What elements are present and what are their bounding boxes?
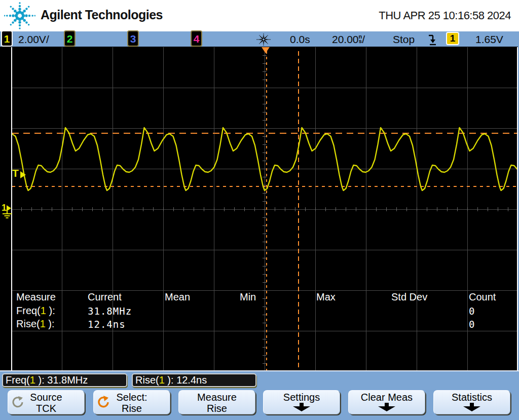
softkey-source[interactable]: Source TCK [8, 390, 85, 414]
measure-row-freq-count: 0 [469, 306, 475, 317]
softkey-select[interactable]: Select: Rise [93, 390, 170, 414]
channel1-badge: 1 [1, 30, 13, 47]
softkey-clear-meas-label: Clear Meas [349, 392, 425, 403]
waveform-display: T 1 Measure Current Mean Min Max Std Dev… [0, 47, 519, 371]
softkey-measure-line2: Rise [179, 403, 255, 414]
channel3-badge: 3 [127, 30, 139, 47]
menu-down-arrow-icon [293, 403, 310, 411]
trigger-level-marker: T [12, 167, 19, 179]
trigger-level-arrow-icon [20, 171, 26, 178]
softkey-settings[interactable]: Settings [263, 390, 340, 414]
trigger-source-badge: 1 [446, 32, 459, 45]
measure-row-freq-label: Freq(1 ): [16, 305, 55, 317]
measure-table-header-count: Count [469, 291, 496, 303]
channel4-badge: 4 [191, 30, 202, 47]
measure-table-header-min: Min [240, 291, 256, 303]
header: Agilent Technologies THU APR 25 10:16:58… [0, 0, 519, 31]
measure-table-header-mean: Mean [165, 291, 190, 303]
timebase-value: 20.00 [332, 33, 359, 45]
trigger-level-readout: 1.65V [475, 33, 503, 46]
oscilloscope-screen: Agilent Technologies THU APR 25 10:16:58… [0, 0, 519, 420]
channel1-scale: 2.00V/ [18, 33, 49, 46]
measure-table-header-measure: Measure [16, 291, 56, 303]
agilent-logo-icon [4, 0, 35, 31]
measure-row-rise-label: Rise(1 ): [16, 318, 55, 330]
channel2-badge: 2 [64, 30, 76, 47]
softkey-statistics[interactable]: Statistics [433, 390, 510, 414]
ground-symbol-icon [1, 211, 13, 219]
measure-table-header-max: Max [316, 291, 336, 303]
panel-divider [0, 370, 519, 371]
softkey-settings-label: Settings [264, 392, 340, 403]
softkey-clear-meas[interactable]: Clear Meas [348, 390, 425, 414]
softkey-measure[interactable]: Measure Rise [178, 390, 255, 414]
menu-down-arrow-icon [463, 403, 480, 411]
menu-down-arrow-icon [378, 403, 395, 411]
result-rise: Rise(1 ): 12.4ns [132, 373, 256, 387]
datetime-display: THU APR 25 10:16:58 2024 [379, 9, 511, 22]
softkey-measure-line1: Measure [179, 392, 255, 403]
knob-icon-gray [11, 396, 24, 409]
brand-title: Agilent Technologies [41, 8, 163, 22]
bottom-panel: Freq(1 ): 31.8MHz Rise(1 ): 12.4ns Sourc… [0, 371, 519, 420]
delay-readout: 0.0s [290, 33, 310, 46]
measure-table-header-stddev: Std Dev [391, 291, 427, 303]
result-freq: Freq(1 ): 31.8MHz [2, 373, 127, 387]
measure-row-rise-count: 0 [469, 319, 475, 330]
measure-row-rise-current: 12.4ns [88, 319, 126, 330]
agilent-spark-icon [256, 32, 271, 47]
run-state: Stop [393, 33, 415, 46]
measure-row-freq-current: 31.8MHz [88, 306, 132, 317]
trigger-position-marker-icon [262, 47, 270, 53]
softkey-statistics-label: Statistics [434, 392, 510, 403]
timebase-readout: 20.00ns/ [332, 33, 365, 46]
graticule-and-trace [11, 47, 518, 371]
trigger-falling-edge-icon [427, 33, 437, 46]
status-bar: 1 2.00V/ 2 3 4 0.0s 20.00ns/ Stop 1 1.65… [0, 31, 519, 47]
measure-table-header-current: Current [88, 291, 122, 303]
knob-icon-orange [97, 396, 110, 409]
